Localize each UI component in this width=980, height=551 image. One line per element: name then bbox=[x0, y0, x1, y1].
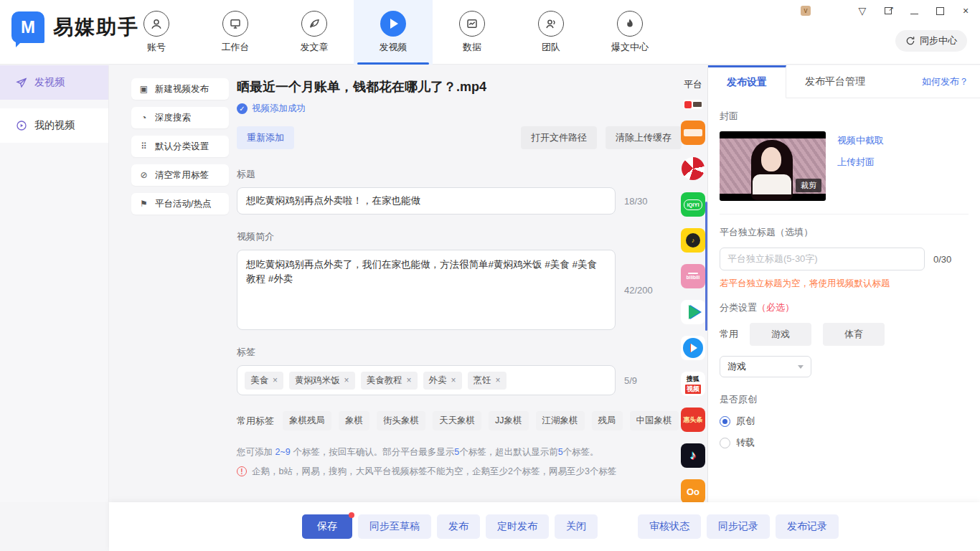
remove-tag-icon[interactable]: × bbox=[273, 375, 278, 385]
publish-button[interactable]: 发布 bbox=[437, 514, 480, 539]
nav-item-hot-center[interactable]: 爆文中心 bbox=[590, 0, 669, 65]
haokan-video-platform-icon[interactable] bbox=[681, 336, 705, 360]
tab-publish-settings[interactable]: 发布设置 bbox=[708, 65, 786, 98]
tag-chip[interactable]: 外卖× bbox=[423, 372, 462, 390]
close-button[interactable]: 关闭 bbox=[555, 514, 598, 539]
common-tag-chip[interactable]: 残局 bbox=[592, 411, 623, 430]
remove-tag-icon[interactable]: × bbox=[496, 375, 501, 385]
tags-field-label: 标签 bbox=[237, 346, 682, 359]
tencent-video-platform-icon[interactable] bbox=[681, 300, 705, 324]
sidebar-item-publish-video[interactable]: 发视频 bbox=[0, 65, 108, 100]
radio-unselected-icon[interactable] bbox=[720, 438, 730, 448]
qutoutiao-platform-icon[interactable] bbox=[681, 121, 705, 145]
deep-search-button[interactable]: ◔ 深度搜索 bbox=[131, 107, 229, 128]
dropdown-menu-icon[interactable]: ▽ bbox=[855, 4, 870, 17]
tag-label: 美食 bbox=[250, 375, 268, 387]
radio-original[interactable]: 原创 bbox=[720, 415, 969, 428]
how-to-publish-link[interactable]: 如何发布？ bbox=[922, 75, 969, 88]
remove-tag-icon[interactable]: × bbox=[344, 375, 349, 385]
common-tag-chip[interactable]: JJ象棋 bbox=[489, 411, 529, 430]
maximize-icon[interactable] bbox=[933, 4, 947, 17]
chart-icon bbox=[459, 11, 485, 37]
crop-button[interactable]: 裁剪 bbox=[796, 179, 821, 192]
nav-item-publish-article[interactable]: 发文章 bbox=[275, 0, 354, 65]
title-input[interactable]: 想吃黄焖鸡别再点外卖啦！，在家也能做 bbox=[237, 187, 616, 215]
radio-label: 转载 bbox=[736, 436, 755, 449]
publish-tabs: 发布设置 发布平台管理 如何发布？ bbox=[708, 65, 980, 98]
publish-log-button[interactable]: 发布记录 bbox=[776, 514, 839, 539]
orange-oo-platform-icon[interactable]: Oo bbox=[681, 479, 705, 502]
common-tag-chip[interactable]: 街头象棋 bbox=[377, 411, 425, 430]
tray-icon: v bbox=[801, 6, 811, 16]
remove-tag-icon[interactable]: × bbox=[407, 375, 412, 385]
category-button-game[interactable]: 游戏 bbox=[750, 323, 811, 346]
clear-common-tags-button[interactable]: ⊘ 清空常用标签 bbox=[131, 164, 229, 186]
readd-video-button[interactable]: 重新添加 bbox=[237, 126, 294, 149]
tag-chip[interactable]: 烹饪× bbox=[468, 372, 507, 390]
kuaizixun-platform-icon[interactable] bbox=[684, 100, 702, 109]
tag-label: 外卖 bbox=[429, 375, 447, 387]
huitoutiao-platform-icon[interactable]: 惠头条 bbox=[681, 408, 705, 432]
common-tag-chip[interactable]: 象棋 bbox=[339, 411, 369, 430]
platform-rail: 平台 iQIYI ♪ bilibili 搜狐视频 惠头条 ♪ Oo bbox=[679, 65, 707, 502]
save-button[interactable]: 保存 bbox=[302, 514, 352, 539]
tab-platform-management[interactable]: 发布平台管理 bbox=[786, 65, 884, 98]
capture-from-video-link[interactable]: 视频中截取 bbox=[837, 134, 884, 147]
common-tag-chip[interactable]: 天天象棋 bbox=[433, 411, 481, 430]
platform-activity-button[interactable]: ⚑ 平台活动/热点 bbox=[131, 193, 229, 215]
independent-title-note: 若平台独立标题为空，将使用视频默认标题 bbox=[720, 278, 969, 290]
douyin-platform-icon[interactable]: ♪ bbox=[681, 443, 705, 468]
ifeng-platform-icon[interactable] bbox=[681, 156, 705, 181]
review-status-button[interactable]: 审核状态 bbox=[638, 514, 701, 539]
description-char-counter: 42/200 bbox=[624, 285, 653, 296]
sync-to-draft-button[interactable]: 同步至草稿 bbox=[358, 514, 431, 539]
sync-log-button[interactable]: 同步记录 bbox=[707, 514, 770, 539]
common-tag-chip[interactable]: 江湖象棋 bbox=[536, 411, 585, 430]
tags-input[interactable]: 美食× 黄焖鸡米饭× 美食教程× 外卖× 烹饪× bbox=[237, 365, 616, 395]
cover-section: 裁剪 视频中截取 上传封面 bbox=[720, 131, 969, 215]
description-textarea[interactable]: 想吃黄焖鸡别再点外卖了，我们在家也能做，方法很简单#黄焖鸡米饭 #美食 #美食教… bbox=[237, 250, 616, 330]
sidebar-item-my-videos[interactable]: 我的视频 bbox=[0, 108, 108, 143]
minimize-icon[interactable] bbox=[907, 4, 921, 17]
title-char-counter: 18/30 bbox=[624, 196, 648, 207]
common-tag-chip[interactable]: 象棋残局 bbox=[283, 411, 331, 430]
sohu-video-platform-icon[interactable]: 搜狐视频 bbox=[681, 372, 705, 396]
upload-cover-link[interactable]: 上传封面 bbox=[837, 156, 884, 169]
default-category-button[interactable]: ⠿ 默认分类设置 bbox=[131, 136, 229, 157]
new-video-publish-button[interactable]: ▣ 新建视频发布 bbox=[131, 78, 229, 100]
popout-icon[interactable]: ↗ bbox=[881, 4, 895, 17]
bilibili-platform-icon[interactable]: bilibili bbox=[681, 264, 705, 288]
video-file-title: 晒最近一个月账单，钱都花在哪儿了？.mp4 bbox=[237, 78, 682, 95]
nav-label: 账号 bbox=[147, 41, 166, 54]
nav-label: 数据 bbox=[463, 41, 481, 54]
nav-item-data[interactable]: 数据 bbox=[433, 0, 512, 65]
quick-menu: ▣ 新建视频发布 ◔ 深度搜索 ⠿ 默认分类设置 ⊘ 清空常用标签 ⚑ 平台 bbox=[131, 78, 229, 215]
grid-icon: ⠿ bbox=[138, 141, 149, 151]
nav-item-publish-video[interactable]: 发视频 bbox=[354, 0, 433, 65]
tag-chip[interactable]: 黄焖鸡米饭× bbox=[289, 372, 355, 390]
category-select[interactable]: 游戏 bbox=[720, 356, 811, 377]
radio-selected-icon[interactable] bbox=[720, 416, 730, 427]
category-button-sports[interactable]: 体育 bbox=[823, 323, 885, 346]
nav-item-workbench[interactable]: 工作台 bbox=[196, 0, 275, 65]
iqiyi-platform-icon[interactable]: iQIYI bbox=[681, 192, 705, 217]
tag-label: 美食教程 bbox=[367, 375, 402, 387]
clear-upload-cache-button[interactable]: 清除上传缓存 bbox=[606, 126, 682, 149]
nav-item-team[interactable]: 团队 bbox=[512, 0, 590, 65]
app-window: v ▽ ↗ × M 易媒助手 账号 工作台 bbox=[0, 0, 980, 551]
common-label: 常用 bbox=[720, 328, 738, 341]
remove-tag-icon[interactable]: × bbox=[451, 375, 456, 385]
cover-thumbnail[interactable]: 裁剪 bbox=[720, 131, 826, 201]
tag-label: 烹饪 bbox=[473, 375, 491, 387]
tag-chip[interactable]: 美食教程× bbox=[361, 372, 418, 390]
schedule-publish-button[interactable]: 定时发布 bbox=[486, 514, 549, 539]
common-tag-chip[interactable]: 中国象棋 bbox=[630, 411, 679, 430]
sync-center-button[interactable]: 同步中心 bbox=[895, 30, 967, 52]
nav-item-account[interactable]: 账号 bbox=[117, 0, 196, 65]
open-file-path-button[interactable]: 打开文件路径 bbox=[521, 126, 597, 149]
close-icon[interactable]: × bbox=[958, 4, 973, 17]
record-disc-platform-icon[interactable]: ♪ bbox=[681, 228, 705, 253]
independent-title-input[interactable]: 平台独立标题(5-30字) bbox=[720, 248, 925, 270]
tag-chip[interactable]: 美食× bbox=[245, 372, 283, 390]
radio-repost[interactable]: 转载 bbox=[720, 436, 969, 449]
